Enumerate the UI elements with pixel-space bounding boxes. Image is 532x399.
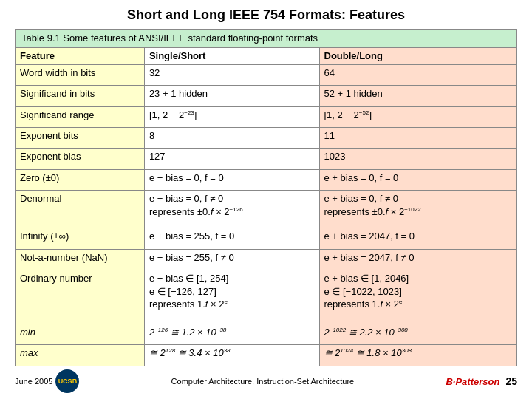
- double-cell: e + bias ∈ [1, 2046] e ∈ [−1022, 1023] r…: [319, 270, 517, 324]
- single-cell: [1, 2 − 2−23]: [144, 106, 319, 127]
- table-row: Word width in bits 32 64: [16, 64, 517, 85]
- header-feature: Feature: [16, 48, 145, 65]
- table-row-min: min 2−126 ≅ 1.2 × 10−38 2−1022 ≅ 2.2 × 1…: [16, 324, 517, 344]
- feature-cell: Significand in bits: [16, 86, 145, 106]
- double-cell: [1, 2 − 2−52]: [319, 106, 517, 127]
- table-row: Significand range [1, 2 − 2−23] [1, 2 − …: [16, 106, 517, 127]
- table-subtitle: Table 9.1 Some features of ANSI/IEEE sta…: [15, 29, 517, 47]
- double-max: ≅ 21024 ≅ 1.8 × 10308: [319, 345, 517, 366]
- single-cell: e + bias = 255, f = 0: [144, 228, 319, 249]
- table-row: Exponent bits 8 11: [16, 128, 517, 149]
- double-cell: e + bias = 0, f = 0: [319, 169, 517, 190]
- features-table: Feature Single/Short Double/Long Word wi…: [15, 47, 517, 366]
- double-cell: 64: [319, 64, 517, 85]
- double-cell: e + bias = 2047, f = 0: [319, 228, 517, 249]
- feature-cell: Zero (±0): [16, 169, 145, 190]
- single-min: 2−126 ≅ 1.2 × 10−38: [144, 324, 319, 344]
- ucsb-emblem: UCSB: [55, 369, 79, 393]
- page-title: Short and Long IEEE 754 Formats: Feature…: [15, 7, 517, 23]
- table-row: Zero (±0) e + bias = 0, f = 0 e + bias =…: [16, 169, 517, 190]
- feature-cell: Exponent bias: [16, 149, 145, 169]
- single-cell: e + bias ∈ [1, 254] e ∈ [−126, 127] repr…: [144, 270, 319, 324]
- feature-cell: Significand range: [16, 106, 145, 127]
- table-row-max: max ≅ 2128 ≅ 3.4 × 1038 ≅ 21024 ≅ 1.8 × …: [16, 345, 517, 366]
- double-cell: 1023: [319, 149, 517, 169]
- double-cell: 11: [319, 128, 517, 149]
- feature-cell: Ordinary number: [16, 270, 145, 324]
- feature-min: min: [16, 324, 145, 344]
- table-row: Exponent bias 127 1023: [16, 149, 517, 169]
- table-header-row: Feature Single/Short Double/Long: [16, 48, 517, 65]
- bp-logo: B·Patterson: [446, 376, 499, 387]
- single-cell: 127: [144, 149, 319, 169]
- single-max: ≅ 2128 ≅ 3.4 × 1038: [144, 345, 319, 366]
- feature-cell: Infinity (±∞): [16, 228, 145, 249]
- single-cell: e + bias = 0, f ≠ 0represents ±0.f × 2−1…: [144, 191, 319, 228]
- table-row: Infinity (±∞) e + bias = 255, f = 0 e + …: [16, 228, 517, 249]
- double-cell: 52 + 1 hidden: [319, 86, 517, 106]
- feature-cell: Exponent bits: [16, 128, 145, 149]
- single-cell: 32: [144, 64, 319, 85]
- double-cell: e + bias = 2047, f ≠ 0: [319, 249, 517, 270]
- double-cell: e + bias = 0, f ≠ 0represents ±0.f × 2−1…: [319, 191, 517, 228]
- ucsb-logo-area: June 2005 UCSB: [15, 369, 79, 393]
- header-single: Single/Short: [144, 48, 319, 65]
- table-row: Ordinary number e + bias ∈ [1, 254] e ∈ …: [16, 270, 517, 324]
- table-row: Denormal e + bias = 0, f ≠ 0represents ±…: [16, 191, 517, 228]
- feature-cell: Not-a-number (NaN): [16, 249, 145, 270]
- footer-date: June 2005: [15, 377, 52, 386]
- feature-max: max: [16, 345, 145, 366]
- footer: June 2005 UCSB Computer Architecture, In…: [15, 369, 517, 393]
- single-cell: e + bias = 0, f = 0: [144, 169, 319, 190]
- footer-center: Computer Architecture, Instruction-Set A…: [171, 377, 355, 386]
- single-cell: e + bias = 255, f ≠ 0: [144, 249, 319, 270]
- single-cell: 8: [144, 128, 319, 149]
- single-cell: 23 + 1 hidden: [144, 86, 319, 106]
- page-number: 25: [505, 375, 517, 387]
- table-row: Significand in bits 23 + 1 hidden 52 + 1…: [16, 86, 517, 106]
- page: Short and Long IEEE 754 Formats: Feature…: [0, 0, 532, 399]
- table-row: Not-a-number (NaN) e + bias = 255, f ≠ 0…: [16, 249, 517, 270]
- feature-cell: Word width in bits: [16, 64, 145, 85]
- double-min: 2−1022 ≅ 2.2 × 10−308: [319, 324, 517, 344]
- feature-cell: Denormal: [16, 191, 145, 228]
- header-double: Double/Long: [319, 48, 517, 65]
